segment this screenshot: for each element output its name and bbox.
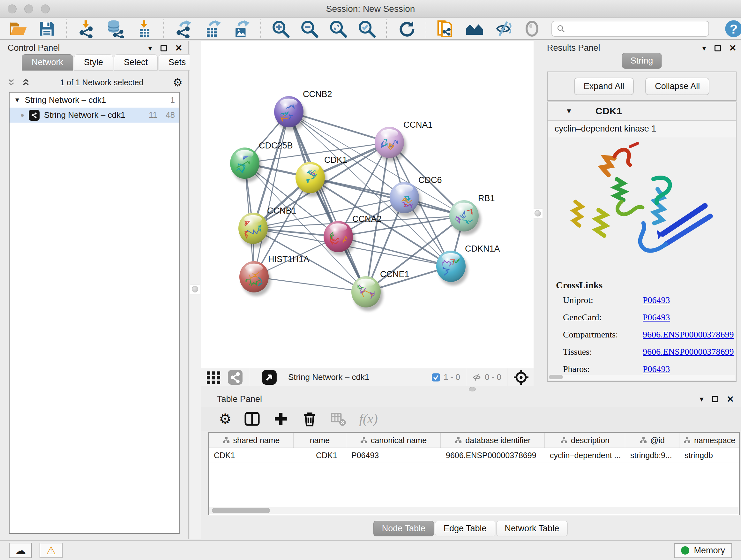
column-header[interactable]: database identifier [441,433,545,448]
collapse-triangle-icon[interactable]: ▼ [565,107,572,115]
document-share-icon[interactable] [436,19,455,38]
zoom-in-icon[interactable] [271,19,290,38]
cloud-button[interactable]: ☁ [9,543,32,558]
close-panel-icon[interactable]: ✕ [175,43,183,53]
export-image-icon[interactable] [232,19,250,38]
network-node-CCNB2[interactable] [274,96,306,131]
open-session-icon[interactable] [9,19,27,38]
zoom-fit-icon[interactable] [329,19,347,38]
network-node-CDC6[interactable] [390,182,421,217]
collapse-all-icon[interactable] [6,78,16,87]
column-header[interactable]: @id [625,433,679,448]
left-splitter-handle[interactable] [190,284,200,294]
network-node-CDKN1A[interactable] [436,251,468,286]
homes-icon[interactable] [465,19,484,38]
network-edge-CCNB2-HIST1H1A[interactable] [254,112,289,277]
edge-count: 48 [165,110,175,120]
network-canvas[interactable]: CCNB2CCNA1CDC25BCDK1CDC6RB1CCNB1CCNA2CDK… [201,41,534,368]
eye-icon[interactable] [523,19,541,38]
results-horizontal-scrollbar[interactable] [549,375,735,380]
panel-menu-icon[interactable]: ▾ [699,395,703,403]
network-node-CCNA1[interactable] [375,127,406,162]
tab-network-table[interactable]: Network Table [496,521,568,537]
hide-graphics-details-icon[interactable] [494,19,513,38]
tab-edge-table[interactable]: Edge Table [435,521,495,537]
expand-all-button[interactable]: Expand All [574,78,634,95]
network-edge-CCNB2-CCNE1[interactable] [289,112,366,292]
tab-style[interactable]: Style [74,54,113,71]
search-input[interactable] [569,24,704,34]
pharos-link[interactable]: P06493 [643,364,670,374]
search-box[interactable] [551,21,709,37]
network-graph[interactable]: CCNB2CCNA1CDC25BCDK1CDC6RB1CCNB1CCNA2CDK… [201,41,534,368]
left-splitter[interactable] [190,41,201,539]
maximize-window-button[interactable] [41,4,50,13]
zoom-out-icon[interactable] [300,19,319,38]
window-controls[interactable] [8,4,50,13]
network-view-icon[interactable] [227,369,243,385]
float-panel-icon[interactable] [160,45,167,51]
delete-column-icon[interactable] [301,411,318,427]
right-splitter-handle[interactable] [533,208,543,219]
network-collection-row[interactable]: ▼ String Network – cdk1 1 [10,92,179,108]
close-panel-icon[interactable]: ✕ [729,43,737,53]
table-options-gear-icon[interactable]: ⚙ [219,412,231,426]
grid-view-icon[interactable] [205,369,221,385]
export-network-icon[interactable] [174,19,193,38]
collapse-triangle-icon[interactable]: ▼ [14,97,20,104]
tab-string[interactable]: String [622,53,662,69]
float-panel-icon[interactable] [712,396,718,402]
warnings-button[interactable]: ⚠ [40,543,63,558]
network-node-CDC25B[interactable] [230,147,262,182]
horizontal-splitter-handle[interactable] [469,387,476,391]
import-network-icon[interactable] [77,19,96,38]
gene-header-row[interactable]: ▼ CDK1 [548,102,736,121]
tab-network[interactable]: Network [22,54,73,71]
compartments-link[interactable]: 9606.ENSP00000378699 [643,329,734,340]
refresh-icon[interactable] [397,19,415,38]
node-label-HIST1H1A: HIST1H1A [268,254,309,264]
navigator-icon[interactable] [261,369,277,385]
expand-all-icon[interactable] [21,78,30,87]
import-database-icon[interactable] [106,19,125,38]
panel-menu-icon[interactable]: ▾ [148,44,152,53]
save-session-icon[interactable] [38,19,56,38]
table-row[interactable]: CDK1 CDK1 P06493 9606.ENSP00000378699 cy… [209,448,739,463]
tab-node-table[interactable]: Node Table [374,521,434,537]
panel-menu-icon[interactable]: ▾ [702,44,706,53]
right-splitter[interactable] [534,41,542,392]
network-node-CDK1[interactable] [295,162,327,197]
float-panel-icon[interactable] [715,45,721,51]
uniprot-link[interactable]: P06493 [643,295,670,305]
close-panel-icon[interactable]: ✕ [727,394,734,405]
help-icon[interactable]: ? [724,19,741,38]
export-table-icon[interactable] [203,19,221,38]
import-table-icon[interactable] [135,19,153,38]
collapse-all-button[interactable]: Collapse All [645,78,710,95]
zoom-selected-icon[interactable] [357,19,376,38]
network-options-gear-icon[interactable]: ⚙ [173,77,183,88]
column-header[interactable]: shared name [209,433,293,448]
network-row-selected[interactable]: ● String Network – cdk1 11 48 [10,108,179,123]
genecard-link[interactable]: P06493 [643,312,670,322]
tissues-link[interactable]: 9606.ENSP00000378699 [643,347,734,357]
tab-select[interactable]: Select [114,54,158,71]
column-header[interactable]: name [293,433,346,448]
network-node-HIST1H1A[interactable] [239,261,271,296]
node-label-CDKN1A: CDKN1A [465,244,500,253]
current-network-bullet-icon: ● [20,111,24,119]
minimize-window-button[interactable] [24,4,33,13]
memory-button[interactable]: Memory [674,543,732,558]
show-columns-icon[interactable] [244,411,260,427]
table-horizontal-scrollbar[interactable] [209,507,738,514]
column-header[interactable]: canonical name [346,433,441,448]
column-header[interactable]: description [545,433,625,448]
node-label-CDC25B: CDC25B [259,141,293,150]
add-column-icon[interactable] [273,411,289,427]
column-header[interactable]: namespace [679,433,739,448]
fit-content-icon[interactable] [513,369,529,385]
close-window-button[interactable] [8,4,17,13]
network-node-CCNA2[interactable] [324,221,355,256]
node-count: 11 [149,110,157,120]
network-node-RB1[interactable] [449,200,481,235]
